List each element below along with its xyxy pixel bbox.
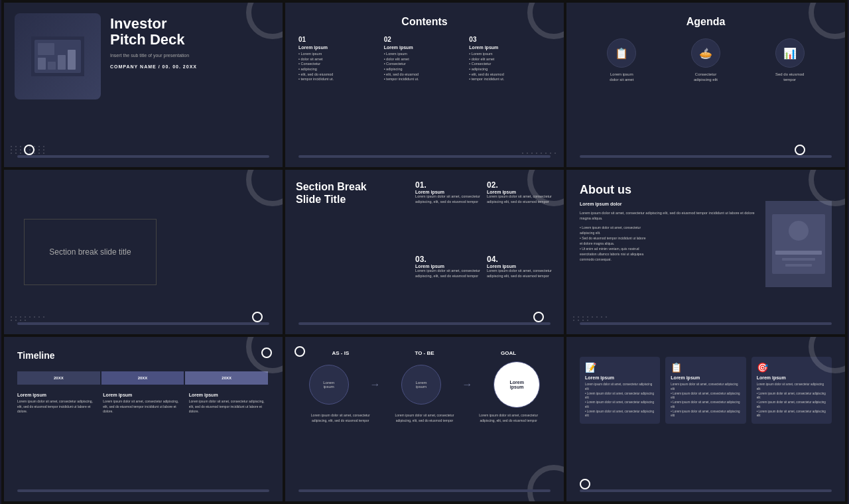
circle-decor4	[252, 312, 263, 322]
slide7-bar: 20XX 20XX 20XX	[17, 371, 269, 385]
bar-decor3	[580, 155, 832, 158]
dots-decor	[11, 146, 46, 154]
tl-col2: Lorem ipsum Lorem ipsum dolor sit amet, …	[103, 393, 183, 414]
slide-grid: Investor Pitch Deck Insert the sub title…	[1, 0, 848, 504]
agenda-icon-3: 📊	[775, 38, 805, 68]
dots-decor6	[573, 316, 608, 321]
bar-decor2	[298, 155, 551, 158]
svg-rect-5	[58, 55, 66, 70]
slide-1: Investor Pitch Deck Insert the sub title…	[4, 3, 283, 167]
card-icon-1: 📝	[585, 362, 655, 373]
col1-body: • Lorem ipsum• dolor sit amet• Consectet…	[298, 52, 380, 82]
agenda-item-2: 🥧 Consecteturadipiscing elit	[668, 38, 744, 83]
timeline-seg-2: 20XX	[101, 371, 184, 385]
circle-decor7	[261, 347, 272, 358]
svg-rect-6	[68, 50, 76, 70]
slide6-image	[765, 201, 832, 287]
slide8-circles: Loremipsum → Loremipsum → Loremipsum	[298, 361, 551, 408]
card-body-1: Lorem ipsum dolor sit amet, consectetur …	[585, 383, 655, 418]
bar-decor	[17, 155, 269, 158]
svg-rect-12	[785, 264, 812, 267]
dots-decor-2	[522, 153, 557, 154]
slide1-title: Investor Pitch Deck	[110, 16, 272, 48]
slide1-text: Investor Pitch Deck Insert the sub title…	[110, 16, 272, 69]
bar-decor8	[298, 489, 551, 492]
slide6-text: Lorem ipsum dolor Lorem ipsum dolor sit …	[580, 201, 759, 287]
slide8-descs: Lorem ipsum dolor sit amet, consectetur …	[298, 413, 551, 423]
agenda-label-3: Sed do eiusmodtempor	[775, 72, 804, 83]
slide3-icons: 📋 Lorem ipsumdolor sit amet 🥧 Consectetu…	[580, 38, 832, 83]
slide5-item3: 03. Lorem ipsum Lorem ipsum dolor sit am…	[415, 255, 482, 317]
slide6-bullets: • Lorem ipsum dolor sit amet, consectetu…	[580, 225, 759, 262]
svg-rect-2	[38, 43, 54, 55]
slide-5: Section BreakSlide Title 01. Lorem ipsum…	[285, 170, 564, 334]
agenda-icon-2: 🥧	[691, 38, 720, 68]
circle-decor8	[294, 346, 305, 357]
circle-decor5	[533, 312, 544, 322]
slide5-right: 01. Lorem ipsum Lorem ipsum dolor sit am…	[415, 180, 553, 324]
slide7-title: Timeline	[17, 350, 269, 361]
flow-circle-1: Loremipsum	[309, 365, 349, 405]
svg-point-9	[789, 221, 809, 241]
timeline-seg-3: 20XX	[185, 371, 268, 385]
slide1-company: COMPANY NAME / 00. 00. 20XX	[110, 64, 272, 69]
slide6-content: Lorem ipsum dolor Lorem ipsum dolor sit …	[580, 201, 832, 287]
slide2-col3: 03 Lorem ipsum • Lorem ipsum• dolor elit…	[469, 36, 551, 82]
section-break-box: Section break slide title	[24, 219, 157, 285]
svg-rect-4	[48, 62, 56, 70]
svg-rect-3	[38, 58, 46, 70]
card-icon-2: 📋	[671, 362, 740, 373]
slide2-col2: 02 Lorem ipsum • Lorem ipsum• dolor elit…	[384, 36, 466, 82]
slide2-col1: 01 Lorem ipsum • Lorem ipsum• dolor sit …	[298, 36, 380, 82]
flow-circle-3: Loremipsum	[493, 361, 540, 408]
slide1-image	[15, 13, 101, 99]
slide-3: Agenda 📋 Lorem ipsumdolor sit amet 🥧 Con…	[566, 3, 845, 167]
slide5-item4: 04. Lorem ipsum Lorem ipsum dolor sit am…	[487, 255, 553, 317]
bar-decor9	[580, 489, 832, 492]
slide-6: About us Lorem ipsum dolor Lorem ipsum d…	[566, 170, 845, 334]
slide-9: 📝 Lorem ipsum Lorem ipsum dolor sit amet…	[566, 337, 845, 501]
flow-arrow-2: →	[462, 379, 473, 391]
slide-7: Timeline 20XX 20XX 20XX Lorem ipsum Lore…	[4, 337, 283, 501]
card-body-3: Lorem ipsum dolor sit amet, consectetur …	[757, 383, 826, 418]
col2-body: • Lorem ipsum• dolor elit amet• Consecte…	[384, 52, 466, 82]
card-1: 📝 Lorem ipsum Lorem ipsum dolor sit amet…	[580, 357, 660, 424]
slide2-title: Contents	[298, 16, 551, 28]
col3-body: • Lorem ipsum• dolor elit amet• Consecte…	[469, 52, 551, 82]
flow-circle-2: Loremipsum	[401, 365, 441, 405]
tl-col3: Lorem ipsum Lorem ipsum dolor sit amet, …	[189, 393, 269, 414]
card-2: 📋 Lorem ipsum Lorem ipsum dolor sit amet…	[665, 357, 746, 424]
slide1-subtitle: Insert the sub title of your presentatio…	[110, 53, 272, 58]
tl-col1: Lorem ipsum Lorem ipsum dolor sit amet, …	[17, 393, 98, 414]
agenda-item-3: 📊 Sed do eiusmodtempor	[752, 38, 828, 83]
agenda-icon-1: 📋	[607, 38, 636, 68]
slide5-item1: 01. Lorem ipsum Lorem ipsum dolor sit am…	[415, 180, 482, 243]
svg-rect-10	[775, 251, 822, 255]
slide9-cards: 📝 Lorem ipsum Lorem ipsum dolor sit amet…	[580, 357, 832, 424]
slide6-title: About us	[580, 183, 832, 197]
card-body-2: Lorem ipsum dolor sit amet, consectetur …	[671, 383, 740, 418]
slide2-cols: 01 Lorem ipsum • Lorem ipsum• dolor sit …	[298, 36, 551, 82]
slide-4: Section break slide title	[4, 170, 283, 334]
slide-2: Contents 01 Lorem ipsum • Lorem ipsum• d…	[285, 3, 564, 167]
bar-decor5	[298, 322, 551, 325]
circle-decor3	[795, 145, 805, 155]
slide3-title: Agenda	[580, 16, 832, 28]
flow-arrow-1: →	[369, 379, 380, 391]
section-break-text: Section break slide title	[49, 247, 131, 257]
svg-rect-11	[782, 258, 815, 261]
agenda-label-1: Lorem ipsumdolor sit amet	[610, 72, 633, 83]
slide-8: AS - IS TO - BE GOAL Loremipsum → Loremi…	[285, 337, 564, 501]
bar-decor7	[17, 489, 269, 492]
timeline-seg-1: 20XX	[17, 371, 100, 385]
agenda-label-2: Consecteturadipiscing elit	[694, 72, 718, 83]
bar-decor6	[580, 322, 832, 325]
slide7-cols: Lorem ipsum Lorem ipsum dolor sit amet, …	[17, 393, 269, 414]
slide5-title: Section BreakSlide Title	[296, 180, 409, 206]
dots-decor4	[11, 316, 46, 321]
circle-decor9	[580, 479, 590, 489]
slide8-titles: AS - IS TO - BE GOAL	[298, 350, 551, 356]
slide5-left: Section BreakSlide Title	[296, 180, 409, 324]
bar-decor4	[17, 322, 269, 325]
agenda-item-1: 📋 Lorem ipsumdolor sit amet	[584, 38, 659, 83]
